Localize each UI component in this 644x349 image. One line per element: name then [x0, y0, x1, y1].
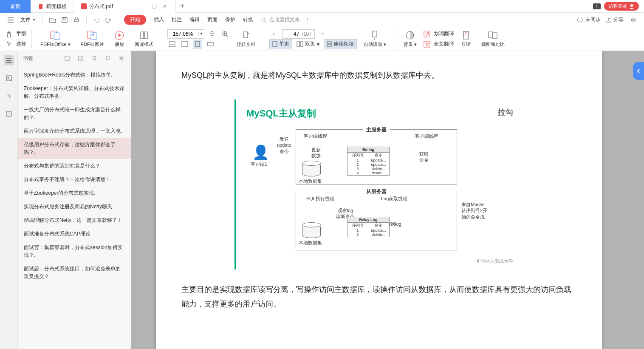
- page: MySQL的主从复制，就是将MySQL主数据库中的数据复制到从数据库中去。 My…: [156, 51, 602, 349]
- tab-file[interactable]: 分布式.pdf ▢ ✕: [74, 0, 176, 13]
- full-translate[interactable]: 文全文翻译: [424, 40, 454, 49]
- menu-comment[interactable]: 批注: [172, 16, 182, 23]
- bookmark-item[interactable]: 分布式事务不理解？一次给你讲清楚！.: [18, 173, 131, 186]
- svg-point-13: [92, 34, 94, 36]
- svg-point-6: [262, 18, 265, 21]
- diagram-label: 客户端线程: [304, 133, 327, 139]
- bookmark-item[interactable]: 基于Zookeeper的分布式锁实现.: [18, 186, 131, 200]
- bm-add-icon[interactable]: [90, 54, 99, 63]
- bookmark-item[interactable]: Zookeeper：分布式架构详解、分布式技术详解、分布式事务.: [18, 82, 131, 103]
- continuous-read[interactable]: 连续阅读: [324, 39, 357, 49]
- nav-annotation-icon[interactable]: [4, 91, 14, 101]
- menu-protect[interactable]: 保护: [225, 16, 235, 23]
- bookmark-item[interactable]: 两万字深度介绍分布式系统原理，一文入魂.: [18, 124, 131, 138]
- single-page[interactable]: 单页: [269, 39, 292, 49]
- login-button[interactable]: 访客登录: [604, 2, 639, 11]
- db-icon: [302, 163, 321, 176]
- diagram-label: 从服务器: [363, 188, 390, 195]
- bm-collapse-icon[interactable]: [103, 54, 113, 63]
- pdf-img-icon: [87, 30, 98, 40]
- menu-convert[interactable]: 转换: [243, 16, 253, 23]
- share-button[interactable]: 分享: [606, 16, 624, 23]
- compress[interactable]: 压缩: [458, 29, 475, 48]
- svg-point-7: [631, 18, 636, 22]
- search-box[interactable]: 点此查找文本 ⋮: [261, 16, 310, 23]
- diagram-label: 发送update命令: [277, 136, 291, 154]
- tab-daoke[interactable]: 稻壳模板: [31, 0, 74, 13]
- nav-outline-icon[interactable]: [4, 55, 14, 65]
- book-icon: [139, 30, 149, 40]
- nav-thumbnail-icon[interactable]: [4, 73, 14, 83]
- redo-icon[interactable]: [104, 15, 113, 25]
- select-tool[interactable]: 选择: [6, 40, 26, 49]
- bookmark-item[interactable]: 面试官：集群部署时，分布式session如何实现？.: [18, 241, 131, 262]
- bookmark-item[interactable]: SpringBoot+Redis分布式锁：模拟抢单.: [18, 68, 131, 82]
- pdf-office-icon: [50, 30, 61, 40]
- double-page[interactable]: 双页 ▾: [294, 39, 322, 49]
- menu-start[interactable]: 开始: [124, 15, 146, 25]
- fit-width-icon[interactable]: [167, 40, 177, 49]
- svg-rect-22: [273, 42, 277, 47]
- save-icon[interactable]: [60, 15, 69, 25]
- menu-insert[interactable]: 插入: [154, 16, 164, 23]
- bm-tool2-icon[interactable]: [76, 54, 85, 63]
- sidebar-close-icon[interactable]: ✕: [117, 54, 126, 62]
- tab-close-icon[interactable]: ✕: [161, 3, 169, 9]
- db-icon: [302, 224, 321, 238]
- fit-page-icon[interactable]: [180, 40, 189, 49]
- svg-rect-18: [182, 42, 188, 47]
- hand-tool[interactable]: 手型: [6, 29, 26, 39]
- bookmark-item[interactable]: 亿级用户分布式存储，这些方案你都会了吗？.: [18, 138, 131, 159]
- file-menu[interactable]: 文件▾: [18, 15, 37, 24]
- nav-attachment-icon[interactable]: [4, 109, 14, 119]
- undo-icon[interactable]: [92, 15, 101, 25]
- read-mode[interactable]: 阅读模式: [131, 29, 157, 48]
- zoom-input[interactable]: ▾: [167, 29, 204, 39]
- document-canvas[interactable]: MySQL的主从复制，就是将MySQL主数据库中的数据复制到从数据库中去。 My…: [131, 51, 644, 349]
- menu-icon[interactable]: [6, 15, 15, 25]
- page-input[interactable]: /107: [282, 29, 315, 39]
- bookmark-item[interactable]: 一线大厂的分布式唯一ID生成方案是什么样的？.: [18, 103, 131, 124]
- right-panel-toggle[interactable]: [633, 62, 644, 80]
- binlog-table: Binlog 序列号命令 1update... 2update... 3dele…: [347, 147, 390, 176]
- word-translate[interactable]: 译划词翻译: [424, 29, 454, 39]
- bookmark-list: SpringBoot+Redis分布式锁：模拟抢单. Zookeeper：分布式…: [18, 65, 131, 349]
- svg-rect-4: [74, 19, 79, 22]
- menu-bar: 文件▾ 开始 插入 批注 编辑 页面 保护 转换 点此查找文本 ⋮ 未同步 分享: [0, 13, 644, 27]
- bookmark-item[interactable]: 分布式与集群的区别究竟是什么？.: [18, 159, 131, 173]
- daoke-icon: [38, 3, 44, 9]
- actual-size-icon[interactable]: [193, 40, 202, 49]
- zoom-in-icon[interactable]: [220, 29, 230, 39]
- svg-rect-5: [75, 18, 78, 19]
- next-page-icon[interactable]: ›: [318, 29, 328, 39]
- auto-scroll[interactable]: 自动滚动 ▾: [360, 29, 390, 48]
- notification-badge[interactable]: 1: [593, 3, 601, 9]
- bm-tool1-icon[interactable]: [62, 54, 72, 63]
- play-button[interactable]: 播放: [111, 29, 128, 48]
- tab-home[interactable]: 首页: [0, 0, 31, 13]
- pdf-to-image[interactable]: PDF转图片: [77, 29, 107, 48]
- pdf-to-office[interactable]: PDF转Office ▾: [37, 29, 74, 48]
- add-tab-button[interactable]: +: [176, 0, 189, 12]
- rotate-doc[interactable]: 旋转文档: [233, 29, 259, 48]
- bookmark-item[interactable]: 面试准备分布式系统CAP理论.: [18, 227, 131, 241]
- print-icon[interactable]: [72, 15, 81, 25]
- menu-edit[interactable]: 编辑: [189, 16, 200, 23]
- settings-icon[interactable]: [629, 15, 638, 25]
- tab-restore-icon[interactable]: ▢: [150, 3, 158, 9]
- zoom-out-icon[interactable]: [208, 29, 217, 39]
- sidebar-title: 书签: [23, 55, 33, 62]
- diagram-label: SQL执行线程: [306, 196, 334, 201]
- background[interactable]: 背景 ▾: [400, 29, 420, 48]
- diagram-label: 更新 数据: [311, 147, 321, 159]
- prev-page-icon[interactable]: ‹: [269, 29, 279, 39]
- open-icon[interactable]: [48, 15, 57, 25]
- bookmark-item[interactable]: 彻底理解分布式Netty，这一篇文章就够了！.: [18, 213, 131, 227]
- hand-icon: [6, 31, 13, 37]
- screenshot-compare[interactable]: 截图和对比: [478, 29, 508, 48]
- fit-visible-icon[interactable]: [206, 40, 215, 49]
- sync-status[interactable]: 未同步: [577, 16, 601, 23]
- bookmark-item[interactable]: 实现分布式服务注册及简易的Netty聊天.: [18, 200, 131, 213]
- bookmark-item[interactable]: 面试题：分布式系统接口，如何避免表单的重复提交？.: [18, 262, 131, 283]
- menu-page[interactable]: 页面: [207, 16, 217, 23]
